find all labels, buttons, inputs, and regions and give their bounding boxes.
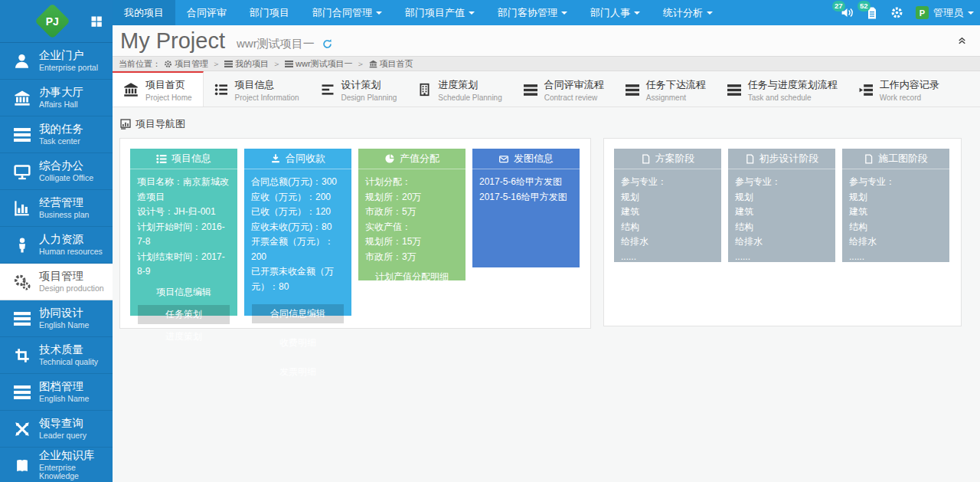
card-body: 计划分配： 规划所：20万 市政所：5万 实收产值： 规划所：15万 市政所：3… — [358, 169, 466, 264]
tab-subtitle: Task and schedule — [748, 93, 838, 102]
sidebar-item-office[interactable]: 综合办公Colligate Office — [0, 153, 113, 190]
app-logo: PJ — [34, 3, 70, 39]
card-line: 计划开始时间：2016-7-8 — [137, 220, 230, 250]
topnav-dept-hr[interactable]: 部门人事 — [579, 0, 652, 25]
sidebar-item-drawing-archive[interactable]: 图档管理English Name — [0, 374, 113, 411]
tab-project-home[interactable]: 项目首页Project Home — [113, 71, 204, 107]
topnav-statistics[interactable]: 统计分析 — [652, 0, 724, 25]
sidebar-item-project-management[interactable]: 项目管理Design production — [0, 264, 113, 300]
card-header: 产值分配 — [358, 149, 466, 169]
collapse-up-icon[interactable] — [956, 34, 968, 46]
menu-bars-icon — [626, 84, 639, 96]
tab-work-record[interactable]: 工作内容记录Work record — [848, 71, 950, 107]
tab-title: 项目信息 — [235, 78, 299, 92]
card-line: 规划 — [621, 190, 714, 205]
card-title: 合同收款 — [286, 152, 325, 166]
sidebar-item-subtitle: English Name — [39, 321, 89, 330]
project-info-edit-button[interactable]: 项目信息编辑 — [138, 283, 230, 302]
card-line: 规划 — [735, 190, 828, 205]
card-line: 建筑 — [621, 205, 714, 220]
monitor-icon — [11, 162, 32, 182]
card-line: 建筑 — [849, 205, 942, 220]
section-title-label: 项目导航图 — [136, 117, 185, 131]
invoice-detail-button[interactable]: 发票明细 — [252, 362, 344, 382]
apps-grid-icon[interactable] — [90, 15, 103, 28]
sidebar-item-hr[interactable]: 人力资源Human resources — [0, 227, 113, 264]
sidebar-item-title: 技术质量 — [39, 344, 98, 356]
fees-detail-button[interactable]: 收费明细 — [252, 333, 344, 352]
contract-info-edit-button[interactable]: 合同信息编辑 — [252, 304, 344, 323]
sidebar-item-title: 图档管理 — [39, 381, 89, 393]
sidebar-item-subtitle: Enterprise Knowledge — [39, 464, 113, 481]
topnav-dept-contracts[interactable]: 部门合同管理 — [301, 0, 394, 25]
page-subtitle: wwr测试项目一 — [237, 37, 315, 51]
worklog-icon — [859, 84, 873, 96]
sidebar-item-subtitle: Affairs Hall — [39, 100, 83, 110]
sidebar-item-affairs-hall[interactable]: 办事大厅Affairs Hall — [0, 80, 113, 116]
refresh-icon[interactable] — [322, 38, 333, 50]
tab-schedule-planning[interactable]: 进度策划Schedule Planning — [407, 71, 512, 107]
building-icon — [418, 83, 431, 97]
breadcrumb-project-home[interactable]: 项目首页 — [369, 58, 413, 70]
card-header: 项目信息 — [130, 149, 237, 169]
tab-subtitle: Assignment — [646, 93, 706, 102]
topnav-dept-projects[interactable]: 部门项目 — [238, 0, 301, 25]
sidebar-item-collaborative-design[interactable]: 协同设计English Name — [0, 300, 113, 337]
notification-badge: 27 — [832, 1, 845, 11]
schedule-planning-button[interactable]: 进度策划 — [138, 327, 230, 346]
card-body: 项目名称：南京新城改造项目 设计号：JH-归-001 计划开始时间：2016-7… — [130, 169, 237, 280]
card-line: 应收未收(万元)：80 — [251, 220, 345, 235]
breadcrumb-project-management[interactable]: 项目管理 — [164, 58, 208, 70]
sidebar-item-enterprise-portal[interactable]: 企业门户Enterprise portal — [0, 43, 113, 80]
cross-arrows-icon — [11, 419, 32, 439]
tab-assignment-flow[interactable]: 任务下达流程Assignment — [615, 71, 717, 107]
card-stage-construction-drawing: 施工图阶段 参与专业： 规划 建筑 结构 给排水 ...... — [842, 149, 949, 262]
card-line: 建筑 — [735, 205, 828, 220]
sidebar-item-title: 协同设计 — [39, 307, 89, 320]
sidebar-item-knowledge-base[interactable]: 企业知识库Enterprise Knowledge — [0, 448, 113, 482]
breadcrumb-separator: ＞ — [273, 58, 281, 70]
topnav-dept-output[interactable]: 部门项目产值 — [394, 0, 486, 25]
topnav-contract-review[interactable]: 合同评审 — [175, 0, 238, 25]
sidebar-item-title: 领导查询 — [39, 418, 87, 430]
announcement-icon[interactable]: 27 — [841, 6, 854, 19]
settings-gear-icon[interactable] — [890, 6, 903, 19]
sidebar-item-business[interactable]: 经营管理Business plan — [0, 190, 113, 227]
card-line: 给排水 — [849, 234, 942, 250]
chart-icon — [120, 119, 131, 130]
card-line: 已收（万元）：120 — [251, 205, 345, 220]
tab-design-planning[interactable]: 设计策划Design Planning — [310, 71, 408, 107]
breadcrumb-current-project[interactable]: wwr测试项目一 — [285, 58, 353, 70]
caret-down-icon — [376, 11, 382, 18]
sidebar-item-technical-quality[interactable]: 技术质量Technical quality — [0, 337, 113, 374]
card-line: 参与专业： — [735, 175, 828, 190]
topnav-label: 部门合同管理 — [312, 6, 372, 20]
topnav-dept-client[interactable]: 部门客协管理 — [486, 0, 579, 25]
topnav-label: 我的项目 — [124, 6, 164, 20]
content-panels: 项目信息 项目名称：南京新城改造项目 设计号：JH-归-001 计划开始时间：2… — [119, 138, 980, 329]
topnav-label: 合同评审 — [187, 6, 227, 20]
card-contract-receipts: 合同收款 合同总额(万元)：300 应收（万元）：200 已收（万元）：120 … — [244, 149, 351, 316]
card-body: 参与专业： 规划 建筑 结构 给排水 ...... — [842, 169, 949, 264]
app-logo-glyph: PJ — [46, 15, 59, 28]
card-line: 2017-5-16给甲方发图 — [479, 190, 573, 205]
card-header: 初步设计阶段 — [728, 149, 835, 169]
topnav-my-projects[interactable]: 我的项目 — [113, 0, 175, 25]
sidebar-item-leader-query[interactable]: 领导查询Leader query — [0, 411, 113, 448]
sidebar-item-my-tasks[interactable]: 我的任务Task center — [0, 116, 113, 153]
document-icon — [745, 154, 755, 164]
output-allocation-detail-button[interactable]: 计划产值分配明细 — [366, 267, 458, 287]
sidebar-item-subtitle: English Name — [39, 395, 89, 404]
gears-icon — [11, 272, 32, 292]
task-planning-button[interactable]: 任务策划 — [138, 305, 230, 324]
breadcrumb-separator: ＞ — [212, 58, 220, 70]
sidebar-item-title: 人力资源 — [39, 234, 103, 246]
sidebar-item-subtitle: Enterprise portal — [39, 64, 98, 73]
tab-contract-review-flow[interactable]: 合同评审流程Contract review — [513, 71, 615, 107]
breadcrumb-my-projects[interactable]: 我的项目 — [224, 58, 269, 70]
tab-task-schedule-flow[interactable]: 任务与进度策划流程Task and schedule — [717, 71, 848, 107]
menu-bars-icon — [727, 84, 741, 96]
documents-icon[interactable]: 52 — [866, 6, 878, 19]
admin-menu[interactable]: P 管理员 — [916, 6, 974, 20]
tab-project-information[interactable]: 项目信息Project Information — [204, 71, 310, 107]
